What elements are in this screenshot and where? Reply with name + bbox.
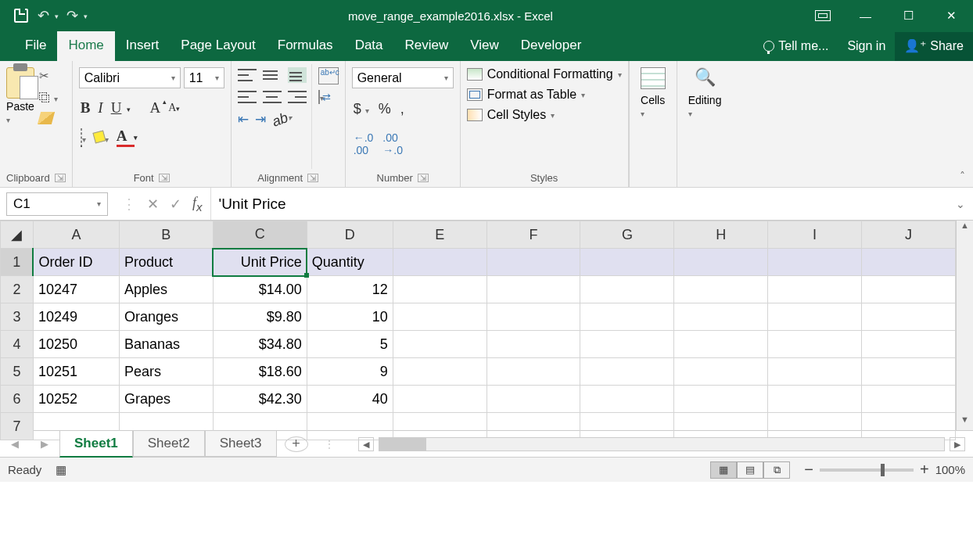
sheet-nav-next-icon[interactable]: ▶ (30, 438, 59, 450)
cell[interactable] (862, 303, 956, 331)
dialog-launcher-icon[interactable]: ⇲ (159, 174, 170, 182)
cell[interactable] (862, 386, 956, 413)
cell[interactable] (393, 303, 486, 331)
cell[interactable] (580, 331, 674, 358)
vertical-scrollbar[interactable]: ▲ ▼ (956, 221, 973, 430)
page-break-view-icon[interactable]: ⧉ (763, 461, 790, 479)
sheet-tab-3[interactable]: Sheet3 (205, 431, 277, 457)
cell[interactable]: 10251 (33, 358, 119, 386)
cell[interactable]: $14.00 (213, 276, 307, 303)
cells-button[interactable]: Cells▾ (641, 94, 665, 119)
tab-data[interactable]: Data (344, 31, 394, 61)
scroll-left-icon[interactable]: ◀ (358, 437, 374, 451)
cell[interactable]: $34.80 (213, 331, 307, 358)
cell[interactable] (393, 331, 486, 358)
bold-button[interactable]: B (81, 99, 91, 117)
col-header-b[interactable]: B (119, 221, 213, 249)
col-header-j[interactable]: J (862, 221, 956, 249)
cell[interactable] (580, 386, 674, 413)
align-top-icon[interactable] (238, 67, 257, 83)
row-header-5[interactable]: 5 (1, 358, 34, 386)
zoom-slider[interactable] (820, 468, 914, 472)
cell[interactable] (862, 249, 956, 276)
sheet-nav-prev-icon[interactable]: ◀ (0, 438, 30, 450)
cell[interactable] (862, 413, 956, 440)
cell[interactable]: $42.30 (213, 386, 307, 413)
redo-button[interactable]: ↷ (66, 7, 86, 24)
accounting-format-button[interactable]: $ ▾ (354, 101, 369, 117)
cell[interactable] (674, 249, 768, 276)
dialog-launcher-icon[interactable]: ⇲ (55, 174, 66, 182)
paste-button[interactable]: Paste▾ (6, 100, 34, 125)
editing-button[interactable]: Editing▾ (688, 94, 722, 119)
formula-input[interactable]: 'Unit Price (210, 188, 948, 220)
cell[interactable]: 10249 (33, 303, 119, 331)
cell[interactable]: 5 (307, 331, 393, 358)
cell[interactable]: Pears (119, 358, 213, 386)
macro-record-icon[interactable]: ▦ (56, 463, 66, 477)
row-header-2[interactable]: 2 (1, 276, 34, 303)
cell-styles-button[interactable]: Cell Styles▾ (467, 108, 622, 122)
cell[interactable] (674, 386, 768, 413)
align-left-icon[interactable] (238, 89, 257, 105)
grow-font-icon[interactable]: A (149, 99, 160, 117)
save-icon[interactable] (14, 9, 28, 23)
cell[interactable] (674, 331, 768, 358)
cell[interactable] (580, 413, 674, 440)
cell[interactable] (674, 413, 768, 440)
cell[interactable] (674, 358, 768, 386)
percent-format-button[interactable]: % (379, 101, 391, 117)
cell[interactable] (486, 331, 580, 358)
cell[interactable]: Grapes (119, 386, 213, 413)
find-select-icon[interactable] (692, 67, 717, 89)
cell[interactable]: Order ID (33, 249, 119, 276)
cells-table[interactable]: ◢ A B C D E F G H I J 1 Order ID Product… (0, 221, 956, 440)
col-header-c[interactable]: C (213, 221, 307, 249)
close-button[interactable]: ✕ (930, 0, 973, 31)
tab-home[interactable]: Home (57, 31, 114, 61)
cell[interactable]: $9.80 (213, 303, 307, 331)
merge-center-button[interactable]: ▾ (318, 91, 339, 103)
scroll-right-icon[interactable]: ▶ (950, 437, 965, 451)
cell[interactable] (486, 303, 580, 331)
scroll-up-icon[interactable]: ▲ (957, 221, 973, 236)
zoom-in-button[interactable]: + (920, 461, 929, 479)
cell[interactable] (768, 303, 862, 331)
cell[interactable]: Bananas (119, 331, 213, 358)
cell[interactable]: Product (119, 249, 213, 276)
normal-view-icon[interactable]: ▦ (710, 461, 737, 479)
share-button[interactable]: 👤⁺Share (895, 32, 973, 61)
cell[interactable] (768, 249, 862, 276)
ribbon-options-icon[interactable] (801, 0, 844, 31)
font-color-button[interactable]: A (117, 127, 135, 147)
row-header-7[interactable]: 7 (1, 413, 34, 440)
expand-formula-bar-icon[interactable]: ⌄ (948, 198, 973, 210)
cell[interactable]: Quantity (307, 249, 393, 276)
insert-function-icon[interactable]: fx (192, 195, 203, 214)
col-header-f[interactable]: F (486, 221, 580, 249)
underline-button[interactable]: U (111, 99, 130, 117)
cell[interactable]: $18.60 (213, 358, 307, 386)
cell[interactable] (580, 303, 674, 331)
cell[interactable]: 40 (307, 386, 393, 413)
sheet-tab-1[interactable]: Sheet1 (59, 431, 133, 458)
cell[interactable] (486, 413, 580, 440)
dialog-launcher-icon[interactable]: ⇲ (307, 174, 318, 182)
align-middle-icon[interactable] (263, 67, 282, 83)
sheet-tab-2[interactable]: Sheet2 (133, 431, 205, 457)
maximize-button[interactable]: ☐ (887, 0, 930, 31)
format-as-table-button[interactable]: Format as Table▾ (467, 88, 622, 102)
tab-file[interactable]: File (14, 31, 57, 61)
align-center-icon[interactable] (263, 89, 282, 105)
col-header-i[interactable]: I (768, 221, 862, 249)
shrink-font-icon[interactable]: A▾ (168, 102, 180, 114)
cell[interactable] (486, 358, 580, 386)
cell[interactable] (862, 276, 956, 303)
cell[interactable] (580, 358, 674, 386)
tab-insert[interactable]: Insert (115, 31, 171, 61)
orientation-icon[interactable]: ab▾ (270, 108, 294, 130)
zoom-out-button[interactable]: − (804, 461, 813, 479)
cell[interactable] (768, 331, 862, 358)
wrap-text-icon[interactable] (318, 67, 339, 84)
cell[interactable] (768, 386, 862, 413)
